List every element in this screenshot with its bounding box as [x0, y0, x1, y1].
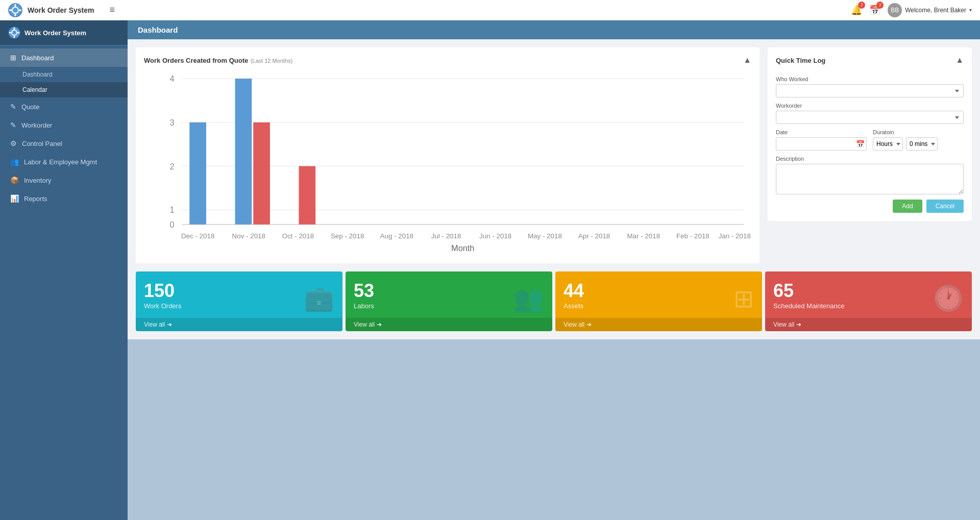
chevron-down-icon: ▾ [969, 7, 972, 13]
svg-rect-25 [299, 166, 315, 225]
svg-rect-3 [15, 14, 16, 16]
chart-title-wrap: Work Orders Created from Quote (Last 12 … [144, 56, 292, 65]
labor-icon: 👥 [10, 158, 19, 166]
chart-area: 4 3 2 1 0 Dec - 2018 N [144, 71, 751, 255]
stat-card-labors: 53 Labors 👥 View all ➜ [346, 271, 552, 331]
arrow-right-icon: ➜ [167, 321, 172, 328]
sidebar-item-label-dashboard: Dashboard [21, 54, 54, 62]
description-textarea[interactable] [776, 164, 964, 194]
dashboard-icon: ⊞ [10, 54, 16, 62]
sidebar-item-label-control-panel: Control Panel [22, 140, 62, 147]
svg-text:0: 0 [169, 220, 174, 229]
svg-text:Apr - 2018: Apr - 2018 [578, 232, 610, 240]
sidebar-item-label-inventory: Inventory [24, 177, 51, 184]
svg-rect-2 [15, 4, 16, 7]
main-content-area: Dashboard Work Orders Created from Quote… [128, 20, 980, 520]
topnav: Work Order System ≡ 🔔 7 📅 7 BB Welcome, … [0, 0, 980, 20]
date-input-wrap: 📅 [776, 137, 867, 151]
user-menu[interactable]: BB Welcome, Brent Baker ▾ [888, 3, 972, 17]
svg-text:Month: Month [451, 243, 474, 253]
chart-collapse-button[interactable]: ▲ [743, 56, 751, 65]
svg-text:Feb - 2018: Feb - 2018 [676, 232, 709, 240]
sidebar-item-label-workorder: Workorder [21, 121, 52, 129]
sidebar-item-workorder[interactable]: ✎ Workorder [0, 116, 128, 134]
quicklog-panel: Quick Time Log ▲ Who Worked Workorder [768, 47, 972, 221]
svg-text:Mar - 2018: Mar - 2018 [627, 232, 660, 240]
sidebar-item-inventory[interactable]: 📦 Inventory [0, 171, 128, 189]
svg-text:Aug - 2018: Aug - 2018 [380, 232, 413, 240]
add-button[interactable]: Add [893, 200, 922, 213]
svg-text:Nov - 2018: Nov - 2018 [232, 232, 265, 240]
sidebar-item-dashboard[interactable]: ⊞ Dashboard [0, 48, 128, 67]
stat-card-scheduled-maintenance: 65 Scheduled Maintenance 🕐 View all ➜ [765, 271, 972, 331]
sidebar-logo-icon [8, 27, 20, 39]
reports-icon: 📊 [10, 194, 19, 203]
svg-text:4: 4 [169, 74, 174, 83]
date-label: Date [776, 129, 867, 135]
who-worked-group: Who Worked [776, 76, 964, 97]
svg-text:Jul - 2018: Jul - 2018 [431, 232, 461, 240]
hours-select[interactable]: Hours [873, 137, 903, 151]
sidebar-sub-label-calendar: Calendar [22, 86, 47, 93]
who-worked-select[interactable] [776, 84, 964, 97]
quicklog-collapse-button[interactable]: ▲ [955, 56, 964, 65]
svg-text:1: 1 [169, 205, 174, 214]
sidebar-item-reports[interactable]: 📊 Reports [0, 189, 128, 208]
quicklog-header: Quick Time Log ▲ [776, 56, 964, 65]
calendar-button[interactable]: 📅 7 [869, 5, 880, 16]
chart-panel: Work Orders Created from Quote (Last 12 … [136, 47, 760, 263]
svg-text:Sep - 2018: Sep - 2018 [331, 232, 364, 240]
avatar: BB [888, 3, 902, 17]
sidebar-item-label-quote: Quote [21, 103, 39, 111]
labors-view-all[interactable]: View all ➜ [346, 318, 552, 331]
sidebar: Work Order System ⊞ Dashboard Dashboard … [0, 20, 128, 520]
main-panels-row: Work Orders Created from Quote (Last 12 … [128, 39, 980, 271]
sidebar-item-label-reports: Reports [24, 195, 47, 203]
sidebar-logo: Work Order System [0, 20, 128, 45]
mins-select[interactable]: 0 mins [906, 137, 938, 151]
workorder-select[interactable] [776, 111, 964, 124]
svg-text:Oct - 2018: Oct - 2018 [282, 232, 314, 240]
topnav-right: 🔔 7 📅 7 BB Welcome, Brent Baker ▾ [851, 3, 972, 17]
sidebar-item-dashboard-sub[interactable]: Dashboard [0, 67, 128, 82]
workorder-label: Workorder [776, 103, 964, 109]
svg-text:Jan - 2018: Jan - 2018 [719, 232, 751, 240]
sidebar-item-quote[interactable]: ✎ Quote [0, 97, 128, 116]
description-group: Description [776, 156, 964, 194]
work-orders-view-all[interactable]: View all ➜ [136, 318, 342, 331]
inventory-icon: 📦 [10, 176, 19, 184]
calendar-picker-button[interactable]: 📅 [856, 140, 865, 148]
assets-view-all[interactable]: View all ➜ [555, 318, 762, 331]
assets-number: 44 [564, 282, 754, 300]
description-label: Description [776, 156, 964, 162]
sidebar-sub-label-dashboard: Dashboard [22, 71, 53, 78]
svg-rect-9 [14, 36, 15, 38]
date-duration-row: Date 📅 Duratoin Hours [776, 129, 964, 151]
assets-icon: ⊞ [733, 284, 754, 313]
sidebar-item-labor-employee[interactable]: 👥 Labor & Employee Mgmt [0, 153, 128, 171]
svg-rect-5 [19, 9, 21, 11]
duration-group: Duratoin Hours 0 mins [873, 129, 964, 151]
control-panel-icon: ⚙ [10, 139, 17, 147]
hamburger-button[interactable]: ≡ [109, 5, 115, 15]
sidebar-item-calendar[interactable]: Calendar [0, 82, 128, 97]
quicklog-buttons: Add Cancel [776, 200, 964, 213]
assets-label: Assets [564, 302, 754, 310]
user-name-label: Welcome, Brent Baker [905, 7, 966, 14]
svg-rect-24 [253, 122, 270, 225]
svg-rect-8 [14, 28, 15, 30]
quicklog-title: Quick Time Log [776, 57, 825, 64]
date-input[interactable] [776, 137, 867, 151]
svg-text:May - 2018: May - 2018 [528, 232, 562, 240]
notification-badge: 7 [858, 2, 865, 9]
arrow-right-icon-3: ➜ [586, 321, 592, 328]
stats-cards-row: 150 Work Orders 💼 View all ➜ 53 Labors 👥… [128, 271, 980, 339]
scheduled-maintenance-view-all[interactable]: View all ➜ [765, 318, 972, 331]
sidebar-item-control-panel[interactable]: ⚙ Control Panel [0, 134, 128, 153]
svg-rect-4 [9, 9, 12, 11]
date-group: Date 📅 [776, 129, 867, 151]
calendar-badge: 7 [876, 2, 884, 9]
labors-icon: 👥 [513, 284, 544, 313]
cancel-button[interactable]: Cancel [926, 200, 964, 213]
notification-button[interactable]: 🔔 7 [851, 5, 862, 16]
